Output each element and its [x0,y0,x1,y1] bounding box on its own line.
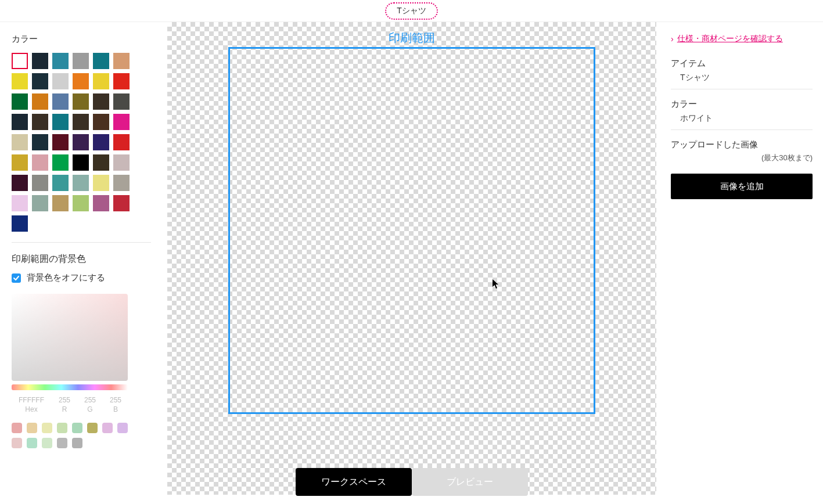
picker-r-label: R [56,405,73,413]
preset-swatch-row-1 [12,423,151,433]
preset-swatch[interactable] [72,423,82,433]
color-swatch[interactable] [113,53,130,69]
color-swatch[interactable] [113,154,130,171]
color-swatch[interactable] [32,114,48,130]
spec-link-text: 仕様・商材ページを確認する [677,34,783,44]
picker-b-value: 255 [107,396,124,404]
color-swatch-grid [12,53,151,232]
color-swatch[interactable] [93,134,109,150]
picker-values-row: FFFFFF 255 255 255 [12,396,151,404]
color-swatch[interactable] [113,114,130,130]
right-divider-2 [671,129,813,130]
bg-off-checkbox[interactable] [12,273,21,283]
color-picker-saturation[interactable] [12,294,128,381]
preset-swatch[interactable] [57,423,67,433]
top-bar: Tシャツ [0,0,823,22]
preset-swatch[interactable] [72,438,82,448]
design-canvas[interactable]: 印刷範囲 [167,22,656,495]
preset-swatch[interactable] [42,438,52,448]
color-swatch[interactable] [12,195,28,211]
color-swatch[interactable] [32,175,48,191]
color-swatch[interactable] [93,53,109,69]
preset-swatch[interactable] [102,423,113,433]
color-swatch[interactable] [73,73,89,89]
color-swatch[interactable] [32,53,48,69]
color-swatch[interactable] [12,154,28,171]
preset-swatch[interactable] [12,423,22,433]
picker-r-value: 255 [56,396,73,404]
bg-off-checkbox-row[interactable]: 背景色をオフにする [12,272,151,283]
workspace-tab-button[interactable]: ワークスペース [296,468,412,496]
color-swatch[interactable] [93,154,109,171]
spec-link[interactable]: › 仕様・商材ページを確認する [671,34,813,44]
color-swatch[interactable] [12,215,28,232]
color-swatch[interactable] [32,134,48,150]
preset-swatch[interactable] [87,423,98,433]
color-swatch[interactable] [113,93,130,110]
color-swatch[interactable] [12,175,28,191]
color-swatch[interactable] [12,93,28,110]
picker-labels-row: Hex R G B [12,405,151,413]
sidebar-divider [12,242,151,243]
color-swatch[interactable] [93,93,109,110]
color-section-label: カラー [12,34,151,45]
preset-swatch[interactable] [57,438,67,448]
picker-g-value: 255 [81,396,99,404]
color-swatch[interactable] [32,93,48,110]
preset-swatch[interactable] [27,438,37,448]
item-label: アイテム [671,58,813,69]
color-swatch[interactable] [52,195,69,211]
color-swatch[interactable] [52,154,69,171]
main-container: カラー 印刷範囲の背景色 背景色をオフにする FFFFFF 255 255 25… [0,22,823,504]
color-swatch[interactable] [113,175,130,191]
right-panel: › 仕様・商材ページを確認する アイテム Tシャツ カラー ホワイト アップロー… [660,22,823,504]
color-swatch[interactable] [113,73,130,89]
preset-swatch[interactable] [12,438,22,448]
preview-tab-button[interactable]: ブレビュー [412,468,528,496]
color-swatch[interactable] [73,93,89,110]
color-swatch[interactable] [93,114,109,130]
preset-swatch[interactable] [27,423,37,433]
color-swatch[interactable] [52,53,69,69]
preset-swatch[interactable] [42,423,52,433]
print-area-outline [228,47,595,414]
picker-b-label: B [107,405,124,413]
color-swatch[interactable] [32,154,48,171]
color-swatch[interactable] [113,134,130,150]
color-swatch[interactable] [73,195,89,211]
chevron-right-icon: › [671,35,674,43]
color-swatch[interactable] [12,53,28,69]
color-label: カラー [671,99,813,110]
upload-limit-text: (最大30枚まで) [671,153,813,163]
color-swatch[interactable] [52,73,69,89]
color-swatch[interactable] [52,134,69,150]
preset-swatch[interactable] [117,423,128,433]
print-area-label: 印刷範囲 [389,30,435,46]
top-item-tab[interactable]: Tシャツ [385,2,438,20]
color-swatch[interactable] [73,175,89,191]
right-divider-1 [671,89,813,89]
add-image-button[interactable]: 画像を追加 [671,174,813,199]
color-swatch[interactable] [52,114,69,130]
color-swatch[interactable] [93,195,109,211]
color-swatch[interactable] [73,154,89,171]
preset-swatch-row-2 [12,438,151,448]
color-swatch[interactable] [32,73,48,89]
color-swatch[interactable] [73,134,89,150]
color-swatch[interactable] [32,195,48,211]
color-swatch[interactable] [12,134,28,150]
color-swatch[interactable] [52,93,69,110]
color-swatch[interactable] [52,175,69,191]
color-picker-hue-slider[interactable] [12,384,128,390]
color-swatch[interactable] [73,53,89,69]
bg-off-checkbox-label: 背景色をオフにする [27,272,105,283]
color-value: ホワイト [680,113,813,124]
color-swatch[interactable] [93,73,109,89]
color-swatch[interactable] [113,195,130,211]
color-swatch[interactable] [12,114,28,130]
item-value: Tシャツ [680,73,813,83]
canvas-tab-buttons: ワークスペース ブレビュー [296,468,528,496]
color-swatch[interactable] [73,114,89,130]
color-swatch[interactable] [12,73,28,89]
color-swatch[interactable] [93,175,109,191]
